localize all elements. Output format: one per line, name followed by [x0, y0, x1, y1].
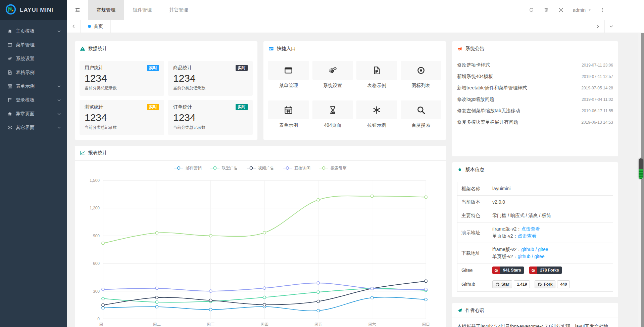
app-title: LAYUI MINI	[20, 7, 53, 13]
notice-item[interactable]: 修改选项卡样式2019-07-11 23:06	[457, 59, 613, 71]
stat-box-用户统计: 用户统计实时1234当前分类总记录数	[80, 61, 164, 96]
sidebar-item-label: 系统设置	[16, 56, 35, 62]
gitee-badge[interactable]: G278 Forks	[529, 267, 562, 274]
stat-box-商品统计: 商品统计实时1234当前分类总记录数	[168, 61, 253, 96]
fullscreen-icon[interactable]	[554, 7, 568, 12]
version-link-line: 单页版-v2：github / gitee	[492, 253, 609, 260]
tabbar-right-gap	[618, 20, 644, 33]
gitee-badge[interactable]: G941 Stars	[492, 267, 524, 274]
sidebar-item-其它界面[interactable]: 其它界面	[0, 121, 67, 134]
link-github[interactable]: github	[521, 247, 534, 252]
sidebar-item-登录模板[interactable]: 登录模板	[0, 93, 67, 107]
legend-item-搜索引擎[interactable]: 搜索引擎	[319, 165, 347, 171]
github-Star-button[interactable]: Star1,419	[492, 280, 530, 288]
sidebar-item-菜单管理[interactable]: 菜单管理	[0, 38, 67, 52]
tab-scroll-right-button[interactable]	[591, 20, 604, 33]
header-tab-其它管理[interactable]: 其它管理	[160, 0, 197, 20]
stat-box-订单统计: 订单统计实时1234当前分类总记录数	[168, 100, 253, 135]
link-github[interactable]: github	[517, 254, 530, 259]
user-dropdown[interactable]: admin	[568, 7, 596, 13]
github-Fork-button[interactable]: Fork440	[535, 280, 570, 288]
legend-label: 联盟广告	[222, 165, 238, 171]
version-value: v2.0.0	[492, 199, 505, 205]
tab-operations-dropdown[interactable]	[604, 20, 618, 33]
quick-entry-404页面[interactable]: 404页面	[312, 100, 353, 135]
stat-value: 1234	[173, 72, 248, 84]
link-gitee[interactable]: gitee	[534, 254, 544, 259]
legend-item-联盟广告[interactable]: 联盟广告	[210, 165, 238, 171]
svg-text:600: 600	[93, 261, 100, 266]
quick-entry-按钮示例[interactable]: 按钮示例	[356, 100, 397, 135]
scrollbar-thumb[interactable]	[638, 158, 643, 179]
refresh-icon[interactable]	[524, 7, 539, 12]
link-gitee[interactable]: gitee	[538, 247, 548, 252]
sidebar-item-主页模板[interactable]: 主页模板	[0, 24, 67, 38]
notice-item[interactable]: 修复多模块菜单栏展开有问题2019-06-13 14:53	[457, 117, 613, 128]
version-link-line: iframe版-v2：点击查看	[492, 226, 609, 233]
quick-entry-百度搜索[interactable]: 百度搜索	[401, 100, 442, 135]
svg-text:周日: 周日	[422, 322, 430, 327]
header-nav-tabs: 常规管理组件管理其它管理	[88, 0, 197, 20]
notice-date: 2019-07-05 14:28	[581, 86, 613, 90]
quick-entry-grid: 菜单管理系统设置表格示例图标列表表单示例404页面按钮示例百度搜索	[263, 56, 446, 140]
tab-home[interactable]: 首页	[81, 20, 111, 33]
header-tab-常规管理[interactable]: 常规管理	[88, 0, 124, 20]
link-点击查看[interactable]: 点击查看	[521, 226, 540, 232]
sidebar-item-系统设置[interactable]: 系统设置	[0, 52, 67, 66]
more-vertical-icon[interactable]	[596, 7, 609, 12]
legend-item-视频广告[interactable]: 视频广告	[247, 165, 274, 171]
author-body: 本模板基于layui2.5.4以及font-awesome-4.7.0进行实现。…	[452, 318, 618, 327]
github-icon	[538, 282, 542, 287]
sidebar-toggle-button[interactable]	[67, 0, 88, 20]
legend-item-直接访问[interactable]: 直接访问	[283, 165, 310, 171]
trash-icon[interactable]	[539, 7, 554, 12]
version-label: 演示地址	[457, 222, 488, 243]
svg-text:周一: 周一	[99, 322, 107, 327]
version-label: 当前版本	[457, 196, 488, 209]
notice-card-title: 系统公告	[465, 46, 484, 52]
line-chart[interactable]: 03006009001,2001,500周一周二周三周四周五周六周日	[75, 171, 446, 327]
quick-entry-表单示例[interactable]: 表单示例	[268, 100, 309, 135]
link-点击查看[interactable]: 点击查看	[517, 233, 536, 239]
sidebar-item-异常页面[interactable]: 异常页面	[0, 107, 67, 121]
quick-entry-label: 表格示例	[356, 83, 397, 89]
notice-date: 2019-06-13 14:53	[581, 120, 613, 125]
notice-text: 修复多模块菜单栏展开有问题	[457, 119, 518, 125]
legend-label: 邮件营销	[186, 165, 202, 171]
chart-legend: 邮件营销联盟广告视频广告直接访问搜索引擎	[75, 161, 446, 171]
stats-card: 数据统计 用户统计实时1234当前分类总记录数商品统计实时1234当前分类总记录…	[75, 41, 258, 140]
sidebar-item-表单示例[interactable]: 表单示例	[0, 79, 67, 93]
quick-entry-系统设置[interactable]: 系统设置	[312, 61, 353, 95]
quick-entry-图标列表[interactable]: 图标列表	[401, 61, 442, 95]
header-tab-组件管理[interactable]: 组件管理	[124, 0, 160, 20]
notice-item[interactable]: 新增treetable插件和菜单管理样式2019-07-05 14:28	[457, 82, 613, 94]
credit-card-icon	[268, 46, 274, 51]
scrollbar-track[interactable]	[638, 33, 644, 327]
notice-card: 系统公告 修改选项卡样式2019-07-11 23:06新增系统404模板201…	[452, 41, 618, 157]
tabbar-spacer	[111, 20, 591, 33]
version-row-主要特色: 主要特色零门槛 / 响应式 / 清爽 / 极简	[457, 209, 613, 222]
svg-text:1,500: 1,500	[90, 178, 100, 183]
tab-scroll-left-button[interactable]	[67, 20, 81, 33]
calendar-icon	[7, 84, 13, 89]
status-badge: 实时	[147, 104, 159, 110]
stat-label: 订单统计	[173, 104, 192, 110]
notice-item[interactable]: 修改logo缩放问题2019-07-04 11:02	[457, 94, 613, 105]
sidebar-item-表格示例[interactable]: 表格示例	[0, 66, 67, 79]
stat-box-浏览统计: 浏览统计实时1234当前分类总记录数	[80, 100, 164, 135]
version-card-title: 版本信息	[465, 167, 484, 173]
chevron-down-icon	[57, 98, 61, 102]
notice-date: 2019-07-11 23:06	[582, 63, 613, 68]
legend-label: 直接访问	[294, 165, 310, 171]
dot-circle-icon	[416, 66, 426, 75]
file-text-icon	[7, 70, 13, 75]
stat-value: 1234	[85, 112, 159, 124]
legend-item-邮件营销[interactable]: 邮件营销	[174, 165, 202, 171]
notice-item[interactable]: 修复左侧菜单缩放tab无法移动2019-06-17 11:55	[457, 105, 613, 117]
tab-active-dot	[88, 25, 91, 28]
content: 数据统计 用户统计实时1234当前分类总记录数商品统计实时1234当前分类总记录…	[67, 33, 644, 327]
notice-item[interactable]: 新增系统404模板2019-07-11 12:57	[457, 71, 613, 82]
quick-entry-表格示例[interactable]: 表格示例	[356, 61, 397, 95]
quick-entry-菜单管理[interactable]: 菜单管理	[268, 61, 309, 95]
sidebar-item-label: 主页模板	[16, 28, 35, 34]
